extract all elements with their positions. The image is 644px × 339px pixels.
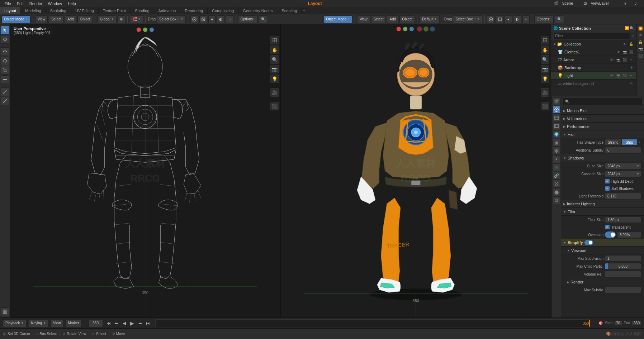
transparent-checkbox[interactable]: ✓	[605, 225, 610, 230]
filter-size-value[interactable]: 1.50 px	[605, 216, 641, 223]
outliner-item-backdrop[interactable]: 📦 Backdrop 👁	[551, 64, 636, 72]
prop-shader-btn[interactable]	[553, 196, 560, 204]
right-view-material[interactable]: ◐	[513, 15, 521, 23]
light-render-btn[interactable]: ⬛	[622, 73, 628, 78]
armor-cam-btn[interactable]: 📷	[615, 57, 621, 63]
timeline-view-btn[interactable]: View	[51, 319, 63, 327]
right-view-render[interactable]: ○	[522, 15, 530, 23]
section-indirect-lighting[interactable]: Indirect Lighting	[561, 200, 644, 208]
right-add-btn[interactable]: Add	[387, 15, 398, 23]
select-btn[interactable]: Select	[49, 15, 64, 23]
add-workspace[interactable]: +	[303, 9, 305, 13]
cascade-size-dropdown[interactable]: 2048 px ▼	[605, 171, 641, 177]
overscan-value[interactable]: 3.00%	[617, 231, 641, 238]
right-select-btn[interactable]: Select	[371, 15, 386, 23]
right-viewport[interactable]: TRACER	[281, 24, 551, 317]
play-btn[interactable]: ▶	[129, 320, 136, 327]
current-frame-input[interactable]: 350	[89, 319, 103, 327]
section-film-header[interactable]: Film	[561, 208, 644, 216]
rvp-pan-btn[interactable]: ✋	[541, 46, 549, 54]
collection-select-btn[interactable]: 🔓	[628, 41, 634, 47]
rvp-light-btn[interactable]: 💡	[541, 75, 549, 83]
cursor-btn[interactable]	[1, 35, 9, 44]
scale-tool-btn[interactable]	[1, 66, 9, 75]
right-overlay-btn[interactable]	[487, 15, 495, 23]
section-volumetrics[interactable]: Volumetrics	[561, 115, 644, 123]
keying-dropdown[interactable]: Keying ▼	[29, 319, 49, 327]
outliner-filter-input[interactable]	[553, 33, 630, 39]
measure-btn[interactable]	[1, 97, 9, 105]
prop-world-btn[interactable]: 🌍	[553, 130, 560, 138]
outliner-search-icon[interactable]: 🔍	[630, 26, 634, 30]
properties-search-input[interactable]	[571, 99, 640, 104]
clothes-render-btn[interactable]: ⬛	[628, 49, 634, 55]
engine-selector[interactable]: ▼	[621, 0, 630, 7]
tab-texture-paint[interactable]: Texture Paint	[99, 7, 131, 14]
tab-uv-editing[interactable]: UV Editing	[71, 7, 99, 14]
rvp-render-btn[interactable]: ⬛	[541, 102, 549, 110]
high-bit-depth-checkbox[interactable]: ✓	[605, 179, 610, 184]
prop-constraints-btn[interactable]: 🔗	[553, 172, 560, 180]
nav-3d-view-btn[interactable]	[270, 36, 279, 44]
snap-dropdown[interactable]: 🧲 ▼	[130, 15, 143, 23]
viewport-shading-solid[interactable]: ●	[208, 15, 216, 23]
armor-render-btn[interactable]: ⬛	[622, 57, 628, 63]
object-btn[interactable]: Object	[77, 15, 93, 23]
play-back-btn[interactable]: ◀	[121, 320, 128, 327]
transform-tool-btn[interactable]	[1, 75, 9, 84]
prop-data-btn[interactable]	[553, 180, 560, 188]
viewport-shading-material[interactable]: ◐	[217, 15, 225, 23]
outliner-item-clothes[interactable]: 👕 Clothes1 👁 📷 ⬛	[551, 48, 636, 56]
right-options-dropdown[interactable]: Options~	[534, 15, 554, 23]
max-subdiv-render-value[interactable]	[605, 287, 641, 293]
prop-physics-btn[interactable]: ⚛	[553, 163, 560, 171]
max-child-progress[interactable]: 0.080	[605, 263, 641, 269]
outliner-strip-filter[interactable]: 🔽	[637, 25, 644, 32]
menu-file[interactable]: File	[2, 0, 14, 7]
tab-compositing[interactable]: Compositing	[208, 7, 238, 14]
options-dropdown[interactable]: Options~	[238, 15, 257, 23]
right-select-box-dropdown[interactable]: Select Box ~ ▼	[453, 15, 482, 23]
search-btn-right[interactable]: 🔍	[555, 15, 564, 23]
nav-zoom-btn[interactable]: 🔍	[270, 55, 279, 64]
light-vis-btn[interactable]: 👁	[609, 73, 615, 78]
prop-object-btn[interactable]: ▣	[553, 139, 560, 147]
select-tool-btn[interactable]	[1, 26, 9, 34]
nav-camera-btn[interactable]: 📷	[270, 65, 279, 73]
marker-btn[interactable]: Marker	[66, 319, 82, 327]
tab-geometry-nodes[interactable]: Geometry Nodes	[238, 7, 277, 14]
annotate-btn[interactable]	[1, 87, 9, 96]
nav-render-btn[interactable]: ⬛	[270, 102, 279, 110]
select-box-dropdown[interactable]: Select Box ~ ▼	[157, 15, 186, 23]
strand-btn[interactable]: Strand	[605, 139, 621, 145]
start-frame-value[interactable]: 70	[615, 321, 621, 325]
tab-sculpting[interactable]: Sculpting	[46, 7, 71, 14]
prop-material-btn[interactable]: ⬤	[553, 188, 560, 196]
cube-size-dropdown[interactable]: 2048 px ▼	[605, 163, 641, 169]
section-viewport-header[interactable]: Viewport	[561, 247, 644, 254]
armor-vis-btn[interactable]: 👁	[609, 57, 615, 63]
section-performance[interactable]: Performance	[561, 123, 644, 130]
step-forward-btn[interactable]: ➡	[137, 320, 144, 327]
add-btn[interactable]: Add	[65, 15, 76, 23]
volume-res-value[interactable]	[605, 271, 641, 277]
rvp-nav-3d-btn[interactable]	[541, 36, 549, 44]
outliner-item-collection[interactable]: 📁 Collection 👁 🔓	[551, 40, 636, 48]
step-back-btn[interactable]: ⬅	[113, 320, 120, 327]
jump-end-btn[interactable]: ⏭	[145, 320, 152, 327]
global-orientation[interactable]: Global ▼	[98, 15, 117, 23]
prop-view-btn[interactable]	[553, 122, 560, 130]
tab-animation[interactable]: Animation	[154, 7, 181, 14]
section-motion-blur[interactable]: Motion Blur	[561, 107, 644, 115]
outliner-strip-lock[interactable]: 🔓	[637, 39, 644, 45]
bg-vis-btn[interactable]: 👁	[628, 81, 634, 86]
rvp-camera-btn[interactable]: 📷	[541, 65, 549, 73]
rvp-camera2-btn[interactable]: 🎥	[541, 88, 549, 97]
tab-modeling[interactable]: Modeling	[21, 7, 46, 14]
viewport-shading-render[interactable]: ○	[226, 15, 233, 23]
overscan-toggle[interactable]	[605, 231, 616, 238]
max-subdiv-value[interactable]: 1	[605, 255, 641, 262]
nav-camera2-btn[interactable]: 🎥	[270, 88, 279, 97]
menu-render[interactable]: Render	[27, 0, 45, 7]
prop-scene-btn[interactable]: 🎬	[553, 97, 560, 105]
